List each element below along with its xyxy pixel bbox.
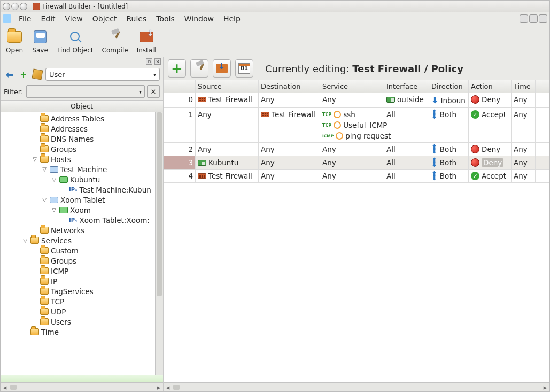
menu-rules[interactable]: Rules (122, 13, 151, 24)
tree-item[interactable]: ICMP (1, 266, 163, 276)
tree-item[interactable]: Time (1, 327, 163, 337)
tree-item[interactable]: UDP (1, 306, 163, 317)
rule-row[interactable]: 0 Test Firewall Any Any outside ⬇Inboun … (164, 93, 549, 108)
rule-direction[interactable]: ⬇Inboun (429, 93, 469, 107)
service-chip[interactable]: Any (322, 172, 336, 180)
tree-item[interactable]: Groups (1, 144, 163, 154)
tree-item[interactable]: Networks (1, 225, 163, 235)
back-button[interactable]: ⬅ (4, 68, 16, 80)
expand-toggle[interactable]: ▽ (51, 207, 57, 213)
mdi-minimize-button[interactable] (520, 14, 528, 23)
expand-toggle[interactable]: ▽ (41, 197, 48, 203)
find-object-button[interactable]: Find Object (57, 28, 93, 54)
window-close-button[interactable] (3, 3, 10, 10)
rule-source[interactable]: Kubuntu (196, 156, 259, 169)
install-rules-button[interactable] (213, 59, 231, 78)
window-minimize-button[interactable] (11, 3, 19, 10)
rule-direction[interactable]: ⬆⬇Both (429, 170, 469, 182)
menu-help[interactable]: Help (219, 13, 245, 24)
menu-file[interactable]: File (14, 13, 35, 24)
col-action[interactable]: Action (469, 80, 512, 93)
service-chip[interactable]: Any (322, 95, 336, 104)
tree-item[interactable]: IP₄ Xoom Tablet:Xoom: (1, 215, 163, 225)
menu-view[interactable]: View (61, 13, 87, 24)
compile-button[interactable]: Compile (102, 28, 128, 54)
expand-toggle[interactable]: ▽ (41, 166, 48, 172)
menu-window[interactable]: Window (180, 13, 218, 24)
rule-direction[interactable]: ⬆⬇Both (429, 143, 469, 156)
save-button[interactable]: Save (32, 28, 49, 54)
rule-service[interactable]: Any (320, 156, 384, 169)
rule-destination[interactable]: Any (259, 93, 320, 107)
rule-interface[interactable]: All (384, 143, 429, 156)
tree-item[interactable]: Groups (1, 256, 163, 266)
rule-service[interactable]: Any (320, 143, 384, 156)
tree-item[interactable]: DNS Names (1, 134, 163, 144)
library-icon-button[interactable] (32, 68, 43, 80)
rule-action[interactable]: Deny (469, 93, 512, 107)
object-tree[interactable]: Address Tables Addresses DNS Names Group… (1, 112, 163, 338)
tree-item[interactable]: Custom (1, 245, 163, 256)
rule-destination[interactable]: Any (259, 170, 320, 182)
rule-source[interactable]: Any (196, 143, 259, 156)
rule-action[interactable]: ✓Accept (469, 108, 512, 142)
menu-tools[interactable]: Tools (152, 13, 179, 24)
tree-item[interactable]: Users (1, 317, 163, 327)
tree-item[interactable]: ▽ Services (1, 235, 163, 245)
tree-item[interactable]: ▽ Hosts (1, 154, 163, 164)
filter-dropdown-button[interactable]: ▾ (136, 86, 144, 97)
install-button[interactable]: Install (137, 28, 156, 54)
mdi-close-button[interactable] (539, 14, 547, 23)
tree-item[interactable]: TagServices (1, 286, 163, 296)
rule-destination[interactable]: Any (259, 143, 320, 156)
col-source[interactable]: Source (196, 80, 259, 93)
rule-row[interactable]: 4 Test Firewall Any Any All ⬆⬇Both ✓Acce… (164, 170, 549, 183)
mdi-restore-button[interactable] (529, 14, 538, 23)
service-chip[interactable]: Any (322, 158, 336, 167)
expand-toggle[interactable]: ▽ (51, 176, 57, 182)
rule-source[interactable]: Test Firewall (196, 93, 259, 107)
rule-service[interactable]: Any (320, 170, 384, 182)
tree-horizontal-scrollbar[interactable]: ◂▸ (1, 382, 163, 391)
rule-interface[interactable]: All (384, 108, 429, 142)
rule-interface[interactable]: All (384, 170, 429, 182)
panel-detach-button[interactable]: ▫ (146, 58, 152, 65)
expand-toggle[interactable]: ▽ (32, 156, 38, 162)
menu-edit[interactable]: Edit (36, 13, 59, 24)
col-time[interactable]: Time (512, 80, 536, 93)
rule-time[interactable]: Any (512, 170, 536, 182)
tree-item[interactable]: IP (1, 276, 163, 286)
tree-item[interactable]: TCP (1, 296, 163, 306)
compile-rules-button[interactable] (190, 59, 208, 78)
rule-service[interactable]: Any (320, 93, 384, 107)
rule-row[interactable]: 3 Kubuntu Any Any All ⬆⬇Both Deny Any (164, 156, 549, 170)
tree-item[interactable]: ▽ Kubuntu (1, 174, 163, 185)
panel-close-button[interactable]: × (154, 58, 161, 65)
col-service[interactable]: Service (320, 80, 384, 93)
rule-interface[interactable]: All (384, 156, 429, 169)
tree-item[interactable]: Addresses (1, 124, 163, 134)
service-chip[interactable]: TCPUseful_ICMP (322, 121, 391, 129)
rule-direction[interactable]: ⬆⬇Both (429, 108, 469, 142)
tree-item[interactable]: ▽ Xoom Tablet (1, 195, 163, 205)
col-interface[interactable]: Interface (384, 80, 429, 93)
rule-time[interactable]: Any (512, 143, 536, 156)
rule-service[interactable]: TCPsshTCPUseful_ICMPICMPping request (320, 108, 384, 142)
col-destination[interactable]: Destination (259, 80, 320, 93)
expand-toggle[interactable]: ▽ (22, 237, 28, 243)
window-maximize-button[interactable] (20, 3, 27, 10)
new-object-button[interactable]: + (18, 68, 29, 80)
rule-source[interactable]: Test Firewall (196, 170, 259, 182)
filter-input[interactable]: ▾ (26, 85, 145, 98)
open-button[interactable]: Open (6, 28, 23, 54)
service-chip[interactable]: Any (322, 145, 336, 153)
rule-action[interactable]: Deny (469, 156, 512, 169)
service-chip[interactable]: ICMPping request (322, 132, 391, 140)
rule-action[interactable]: Deny (469, 143, 512, 156)
schedule-button[interactable] (235, 59, 253, 78)
service-chip[interactable]: TCPssh (322, 110, 391, 119)
rule-row[interactable]: 1 Any Test Firewall TCPsshTCPUseful_ICMP… (164, 108, 549, 143)
rule-direction[interactable]: ⬆⬇Both (429, 156, 469, 169)
rules-horizontal-scrollbar[interactable]: ◂▸ (164, 382, 549, 391)
rule-interface[interactable]: outside (384, 93, 429, 107)
